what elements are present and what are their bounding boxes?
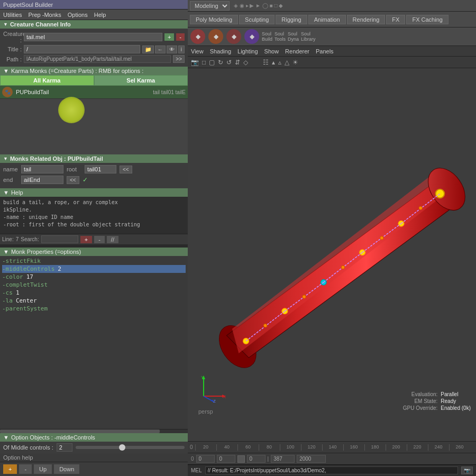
viewport-menu-show[interactable]: Show xyxy=(264,48,279,54)
tab-animation[interactable]: Animation xyxy=(308,15,346,24)
viewport-menu-shading[interactable]: Shading xyxy=(210,48,231,54)
prop-item-4[interactable]: -cs 1 xyxy=(2,289,186,297)
status-frame-start[interactable] xyxy=(196,455,215,463)
prop-item-0[interactable]: -strictFkik xyxy=(2,257,186,265)
menu-options[interactable]: Options xyxy=(68,12,88,18)
path-nav-btn[interactable]: >> xyxy=(173,55,185,63)
viewport-3d[interactable]: X Y Z persp Evaluation: Parallel EM Stat… xyxy=(188,68,476,441)
em-value: Ready xyxy=(441,398,456,404)
karma-item-0[interactable]: 🐾 PUPbuildTail tail tail01 tailE xyxy=(0,86,188,99)
modeling-dropdown[interactable]: Modeling xyxy=(190,1,230,11)
monks-root-input[interactable] xyxy=(85,165,116,173)
viewport-menu-renderer[interactable]: Renderer xyxy=(285,48,309,54)
prop-item-1[interactable]: -middleControls 2 xyxy=(2,265,186,273)
karma-monks-title: Karma Monks (=Creature Parts) : RMB for … xyxy=(11,68,143,74)
status-checkbox[interactable] xyxy=(237,455,245,463)
creature-input[interactable] xyxy=(24,33,162,41)
tab-rendering[interactable]: Rendering xyxy=(347,15,386,24)
prop-item-6[interactable]: -parentSystem xyxy=(2,305,186,313)
help-plus-btn[interactable]: + xyxy=(80,236,92,243)
help-minus-btn[interactable]: - xyxy=(94,236,105,243)
menu-utilities[interactable]: Utilities xyxy=(3,12,22,18)
mel-icon-btn[interactable]: 📷 xyxy=(461,466,473,474)
title-icon-info[interactable]: i xyxy=(178,45,185,53)
vtb-icon-cam[interactable]: 📷 xyxy=(190,59,200,66)
monks-related-arrow-icon: ▼ xyxy=(3,156,8,161)
help-title: Help xyxy=(11,189,23,196)
vtb-icon-light[interactable]: ☀ xyxy=(291,59,299,66)
vtb-icon-move[interactable]: ↻ xyxy=(217,59,224,66)
line-label: Line: xyxy=(2,236,14,242)
status-val-3[interactable] xyxy=(247,455,266,463)
vtb-icon-fit[interactable]: □ xyxy=(201,59,207,66)
vtb-icon-sel[interactable]: ▢ xyxy=(208,59,216,66)
prop-item-5[interactable]: -la Center xyxy=(2,297,186,305)
help-search-input[interactable] xyxy=(41,235,78,243)
bottom-add-btn[interactable]: + xyxy=(3,464,17,474)
viewport-menu-lighting[interactable]: Lighting xyxy=(237,48,258,54)
creature-add-btn[interactable]: + xyxy=(164,33,174,41)
help-toolbar: Line: 7 Search: + - // xyxy=(0,234,188,244)
prop-key-2: -color xyxy=(2,273,23,280)
monks-related-title: Monks Related Obj : PUPbuildTail xyxy=(10,155,103,162)
monks-end-input[interactable] xyxy=(21,176,63,184)
bottom-down-btn[interactable]: Down xyxy=(54,464,79,474)
axis-indicator: X Y Z xyxy=(198,375,227,404)
monks-check-icon[interactable]: ✓ xyxy=(83,176,88,184)
soul-library-icon[interactable]: ◆ xyxy=(244,29,259,44)
prop-item-2[interactable]: -color 17 xyxy=(2,273,186,281)
tab-rigging[interactable]: Rigging xyxy=(276,15,307,24)
soul-build-icon[interactable]: ◆ xyxy=(190,29,205,44)
gpu-label: GPU Override: xyxy=(395,405,437,411)
tab-sculpting[interactable]: Sculpting xyxy=(239,15,274,24)
soul-dyna-icon[interactable]: ◆ xyxy=(226,29,241,44)
search-label: Search: xyxy=(21,236,39,242)
monks-name-input[interactable] xyxy=(21,165,63,173)
vtb-icon-scale[interactable]: ⇵ xyxy=(234,59,241,66)
svg-point-15 xyxy=(264,324,267,327)
monks-root-nav-btn[interactable]: << xyxy=(120,166,132,173)
title-input[interactable] xyxy=(24,45,140,53)
soul-dyna-label: SoulDyna xyxy=(288,31,299,42)
tab-poly-modeling[interactable]: Poly Modeling xyxy=(190,15,238,24)
monk-properties-section: ▼ Monk Properties (=options) -strictFkik… xyxy=(0,248,188,429)
status-frame-end[interactable] xyxy=(217,455,235,463)
title-icon-arrow[interactable]: ← xyxy=(155,45,166,53)
em-row: EM State: Ready xyxy=(395,398,471,404)
bottom-status: 0 | xyxy=(188,453,476,464)
timeline[interactable]: 0 20 40 60 80 100 120 140 160 180 200 22… xyxy=(188,441,476,453)
option-slider[interactable] xyxy=(76,446,185,449)
creature-remove-btn[interactable]: - xyxy=(176,33,185,41)
viewport-toolbar1: Modeling ◈ ◉ ▸ ▶ ► ◯ ■ □ ◆ xyxy=(188,0,476,12)
viewport-menu-panels[interactable]: Panels xyxy=(316,48,334,54)
mel-input[interactable] xyxy=(205,466,458,474)
monks-end-nav-btn[interactable]: << xyxy=(67,176,79,184)
sel-karma-btn[interactable]: Sel Karma xyxy=(94,75,188,86)
status-val-5[interactable] xyxy=(297,455,326,463)
help-slash-btn[interactable]: // xyxy=(107,236,118,243)
menu-help[interactable]: Help xyxy=(94,12,106,18)
monks-end-row: end << ✓ xyxy=(3,176,185,184)
all-karma-btn[interactable]: All Karma xyxy=(0,75,94,86)
svg-text:X: X xyxy=(223,395,226,399)
vtb-icon-xray[interactable]: △ xyxy=(283,59,290,66)
prop-key-0: -strictFkik xyxy=(2,258,41,264)
vtb-icon-shading[interactable]: ▴ xyxy=(271,59,276,66)
tab-fx-caching[interactable]: FX Caching xyxy=(406,15,448,24)
option-objects-value[interactable] xyxy=(57,443,72,452)
menu-prep-monks[interactable]: Prep -Monks xyxy=(28,12,61,18)
tab-fx[interactable]: FX xyxy=(386,15,405,24)
bottom-minus-btn[interactable]: - xyxy=(19,464,32,474)
vtb-icon-grid[interactable]: ☷ xyxy=(262,59,270,66)
prop-item-3[interactable]: -completTwist xyxy=(2,281,186,289)
vtb-icon-wire[interactable]: ▵ xyxy=(277,59,282,66)
status-val-4[interactable] xyxy=(271,455,295,463)
title-icon-eye[interactable]: 👁 xyxy=(167,45,177,53)
left-hscroll[interactable] xyxy=(0,429,188,433)
bottom-up-btn[interactable]: Up xyxy=(34,464,52,474)
viewport-menu-view[interactable]: View xyxy=(191,48,204,54)
vtb-icon-iso[interactable]: ◇ xyxy=(242,59,249,66)
title-icon-folder[interactable]: 📁 xyxy=(142,45,154,53)
soul-tools-icon[interactable]: ◆ xyxy=(208,29,223,44)
vtb-icon-rot[interactable]: ↺ xyxy=(225,59,233,66)
